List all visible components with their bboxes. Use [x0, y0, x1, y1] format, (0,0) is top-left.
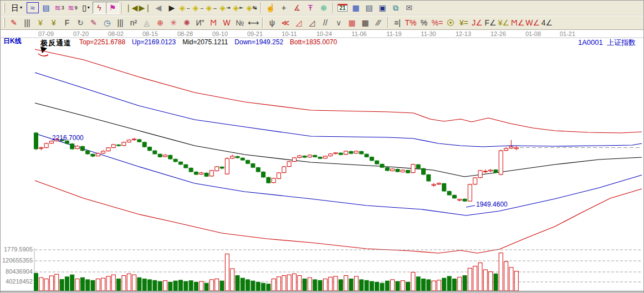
volume-bar [117, 279, 121, 291]
candle [380, 164, 384, 167]
f-grid-icon[interactable]: F [60, 17, 74, 29]
volume-bar [189, 281, 193, 291]
symbol-code[interactable]: 1A0001 [578, 38, 603, 47]
fan-box-dark-icon[interactable]: ◿ [305, 17, 319, 29]
volume-bar [246, 280, 250, 291]
prev-bar-icon[interactable]: ◀ [152, 2, 165, 14]
step-chart-3-icon[interactable]: ≋3 [53, 2, 66, 14]
kline-chart-area[interactable]: 07-0907-2008-0208-1508-2809-1009-2110-11… [1, 30, 644, 293]
gold-grid-1-icon[interactable]: ¥ [34, 17, 47, 29]
candle [437, 183, 441, 184]
grid-red-icon[interactable]: ▦ [345, 17, 359, 29]
diamond-left-icon[interactable]: ◈← [178, 2, 192, 14]
last-bar-icon[interactable]: ▶❘ [139, 2, 152, 14]
knot-lines-icon[interactable]: ⊛ [317, 2, 330, 14]
gold-grid-2-icon[interactable]: ¥ [47, 17, 60, 29]
fan-box-red-icon[interactable]: ◿ [292, 17, 305, 29]
gold-angle-icon[interactable]: ¥∠ [497, 17, 510, 29]
clock-cycle-icon[interactable]: ◷ [100, 17, 114, 29]
volume-bar [256, 282, 260, 291]
info-panel-icon[interactable]: ▤ [39, 2, 53, 14]
volume-bar [55, 274, 59, 291]
speed-line-icon[interactable]: И″ [193, 17, 207, 29]
volume-bar [282, 276, 286, 291]
volume-bar [44, 279, 48, 291]
mail-pc-icon[interactable]: ✉ [402, 2, 416, 14]
diamond-right-icon[interactable]: ◈→ [192, 2, 205, 14]
win-grid-icon[interactable]: W [220, 17, 233, 29]
angle-measure-icon[interactable]: ∡ [290, 2, 304, 14]
pitchfork-icon[interactable]: ψ [265, 17, 279, 29]
compass-target-icon[interactable]: ⊕ [154, 17, 167, 29]
floppy-save-icon[interactable]: ▣ [376, 2, 389, 14]
star-rays-icon[interactable]: ✳ [167, 17, 180, 29]
god-angle-icon[interactable]: Ϻ∠ [510, 17, 525, 29]
red-figure-icon[interactable]: ϟ [93, 2, 106, 14]
parallel-lines-icon[interactable]: ⁄⁄⁄ [372, 17, 385, 29]
candle-period-icon[interactable]: ▯▾ [79, 2, 93, 14]
step-chart-9-icon[interactable]: ≋9 [66, 2, 79, 14]
candle [39, 148, 43, 148]
j-angle-icon[interactable]: J∠ [471, 17, 484, 29]
candle [91, 154, 95, 156]
volume-bar [318, 280, 322, 291]
axis-label: 120655355 [2, 257, 33, 264]
gold-circle-icon[interactable]: ⦿ [444, 17, 457, 29]
diamond-compress-icon[interactable]: ◈⇥ [218, 2, 232, 14]
gold-lines-icon[interactable]: ¥= [457, 17, 471, 29]
crosshair-icon[interactable]: + [277, 2, 290, 14]
spider-web-icon[interactable]: ✺ [180, 17, 193, 29]
toolbar-separator [333, 2, 334, 13]
hand-drag-icon[interactable]: ☝ [264, 2, 277, 14]
candle [396, 169, 400, 172]
network-pc-icon[interactable]: ⧉ [389, 2, 402, 14]
grid-dark-icon[interactable]: ▦ [359, 17, 372, 29]
number-grid-icon[interactable]: № [233, 17, 247, 29]
calculator-icon[interactable]: ▦ [349, 2, 362, 14]
diamond-center-icon[interactable]: ◈↹ [245, 2, 258, 14]
gray-angle-icon[interactable]: ◬ [140, 17, 154, 29]
festival-marker-icon[interactable]: Ŧ [304, 2, 317, 14]
v-lines-icon[interactable]: ∨ [332, 17, 345, 29]
n-square-grid-icon[interactable]: n² [127, 17, 140, 29]
volume-bar [106, 276, 110, 291]
zigzag-wave-icon[interactable]: ≈ [26, 2, 39, 14]
kline-chart-svg[interactable]: 07-0907-2008-0208-1508-2809-1009-2110-11… [1, 30, 644, 293]
candle [168, 155, 172, 159]
indicator-value: Bott=1835.0070 [290, 38, 337, 48]
percent-lines-icon[interactable]: %= [431, 17, 444, 29]
indicator-value: Down=1949.252 [234, 38, 283, 48]
volume-bar [483, 270, 487, 291]
retrace-percent-icon[interactable]: T% [404, 17, 417, 29]
chevron-down-icon: ▾ [20, 6, 22, 10]
spiral-icon[interactable]: ↻ [74, 17, 87, 29]
color-flag-icon[interactable]: ⚑ [106, 2, 119, 14]
god-grid-icon[interactable]: Ϻ [207, 17, 220, 29]
toolbar-grip[interactable] [3, 18, 5, 28]
f-angle-icon[interactable]: F∠ [484, 17, 497, 29]
trend-pencil-icon[interactable]: // [319, 17, 332, 29]
symbol-name[interactable]: 上证指数 [607, 38, 636, 47]
width-arrows-icon[interactable]: ⟷ [247, 17, 260, 29]
hash-ruler-icon[interactable]: ||| [21, 17, 34, 29]
four-angle-icon[interactable]: 4∠ [540, 17, 554, 29]
hash-ruler-2-icon[interactable]: ||| [114, 17, 127, 29]
red-pen-icon[interactable]: ✎ [87, 17, 100, 29]
notepad-icon[interactable]: ▤ [362, 2, 376, 14]
period-day-button[interactable]: 日 ▾ [7, 2, 26, 14]
airbrush-icon[interactable]: ✎ [7, 17, 21, 29]
volume-bar [184, 281, 188, 291]
diamond-in-icon[interactable]: ◈⇤ [232, 2, 245, 14]
next-bar-icon[interactable]: ▶ [165, 2, 178, 14]
win-angle-icon[interactable]: W∠ [525, 17, 540, 29]
percent-icon[interactable]: % [417, 17, 431, 29]
indicator-name[interactable]: 极反通道 [40, 38, 71, 48]
diamond-expand-icon[interactable]: ◈↔ [205, 2, 218, 14]
candle [514, 148, 518, 149]
first-bar-icon[interactable]: ❘◀ [125, 2, 139, 14]
volume-profile-icon[interactable]: ≡| [391, 17, 404, 29]
volume-bar [329, 277, 333, 291]
gann-fan-icon[interactable]: ≪ [279, 17, 292, 29]
calendar-21-icon[interactable]: 21 [336, 2, 349, 14]
toolbar-grip[interactable] [3, 3, 5, 13]
